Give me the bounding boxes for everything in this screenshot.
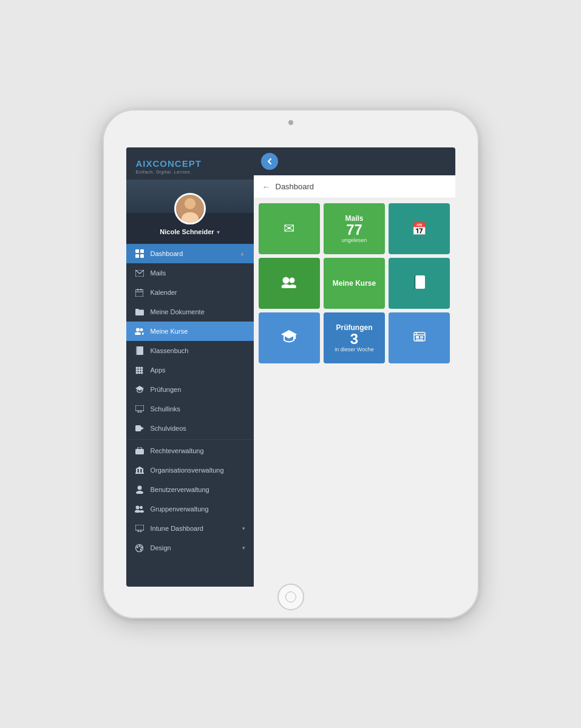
svg-rect-48 — [135, 525, 144, 530]
sidebar-item-kalender[interactable]: Kalender — [126, 283, 254, 302]
sidebar-item-klassenbuch[interactable]: Klassenbuch — [126, 341, 254, 360]
sidebar-item-rechteverwaltung[interactable]: Rechteverwaltung — [126, 441, 254, 460]
user-profile[interactable]: Nicole Schneider ▾ — [126, 180, 254, 244]
svg-rect-18 — [136, 346, 137, 355]
tablet-home-button[interactable] — [277, 584, 304, 610]
dashboard-row-2: Meine Kurse — [259, 258, 450, 309]
back-arrow-icon[interactable]: ← — [262, 182, 271, 192]
sidebar-item-intune-dashboard[interactable]: Intune Dashboard ▾ — [126, 519, 254, 538]
svg-point-26 — [138, 371, 141, 374]
sidebar: AIXCONCEPT Einfach. Digital. Lernen. — [126, 147, 254, 587]
tile-book[interactable] — [389, 258, 450, 309]
tile-mails-icon[interactable]: ✉ — [259, 203, 320, 254]
svg-rect-4 — [135, 249, 139, 253]
svg-point-24 — [141, 369, 143, 371]
sidebar-item-schullinks[interactable]: Schullinks — [126, 399, 254, 419]
intune-arrow-icon: ▾ — [242, 525, 245, 531]
mail-icon — [135, 268, 144, 278]
svg-point-46 — [140, 506, 143, 509]
person-icon — [135, 485, 144, 494]
sidebar-item-label: Meine Kurse — [151, 328, 245, 335]
svg-point-53 — [137, 546, 138, 548]
sidebar-item-mails[interactable]: Mails — [126, 263, 254, 283]
sidebar-item-benutzerverwaltung[interactable]: Benutzerverwaltung — [126, 480, 254, 499]
tile-calendar[interactable]: 📅 — [389, 203, 450, 254]
tile-meine-kurse[interactable]: Meine Kurse — [324, 258, 385, 309]
svg-point-57 — [283, 277, 290, 284]
sidebar-item-label: Prüfungen — [151, 386, 245, 393]
sidebar-item-label: Benutzerverwaltung — [151, 486, 245, 493]
topbar — [254, 147, 455, 175]
dashboard-title: Dashboard — [276, 182, 314, 191]
svg-rect-9 — [135, 289, 143, 297]
tablet-camera — [288, 120, 293, 125]
sidebar-item-label: Intune Dashboard — [151, 525, 236, 532]
sidebar-item-design[interactable]: Design ▾ — [126, 538, 254, 558]
svg-rect-40 — [141, 469, 143, 473]
sidebar-item-meine-dokumente[interactable]: Meine Dokumente — [126, 302, 254, 322]
user-name-row[interactable]: Nicole Schneider ▾ — [160, 228, 219, 235]
svg-point-13 — [136, 328, 140, 332]
sidebar-item-label: Design — [151, 544, 236, 551]
tablet-frame: AIXCONCEPT Einfach. Digital. Lernen. — [103, 109, 479, 619]
tile-mails-info[interactable]: Mails 77 ungelesen — [324, 203, 385, 254]
tile-kurse-label: Meine Kurse — [333, 279, 376, 288]
sidebar-item-dashboard[interactable]: Dashboard ▲ — [126, 244, 254, 263]
svg-point-25 — [136, 371, 138, 374]
tile-kurse-icon[interactable] — [259, 258, 320, 309]
dashboard-row-3: Prüfungen 3 in dieser Woche — [259, 312, 450, 363]
svg-rect-61 — [415, 275, 425, 289]
tile-pruefungen-info[interactable]: Prüfungen 3 in dieser Woche — [324, 312, 385, 363]
tablet-screen: AIXCONCEPT Einfach. Digital. Lernen. — [126, 147, 455, 587]
avatar-wrap — [174, 193, 206, 224]
svg-rect-34 — [135, 425, 141, 431]
svg-rect-17 — [137, 346, 143, 355]
sidebar-item-label: Rechteverwaltung — [151, 447, 245, 454]
svg-point-22 — [136, 369, 138, 371]
tile-mails-count: 77 — [346, 223, 362, 237]
svg-point-3 — [185, 198, 195, 209]
tile-pruefungen-icon[interactable] — [259, 312, 320, 363]
sidebar-item-apps[interactable]: Apps — [126, 360, 254, 380]
sidebar-item-label: Dashboard — [151, 250, 234, 257]
mail-tile-icon: ✉ — [284, 221, 294, 237]
nav-divider — [126, 439, 254, 440]
sidebar-item-label: Apps — [151, 366, 245, 374]
display-icon — [135, 524, 144, 533]
graduation-tile-icon — [281, 330, 297, 346]
svg-rect-6 — [135, 254, 139, 258]
calendar-icon — [135, 288, 144, 297]
sidebar-item-gruppenverwaltung[interactable]: Gruppenverwaltung — [126, 499, 254, 519]
book-icon — [135, 346, 144, 356]
svg-point-27 — [141, 371, 143, 374]
svg-point-14 — [135, 332, 141, 335]
bank-icon — [135, 465, 144, 475]
sidebar-item-label: Organisationsverwaltung — [151, 467, 245, 474]
news-tile-icon — [413, 332, 426, 344]
avatar — [174, 193, 206, 224]
monitor-icon — [135, 404, 144, 414]
svg-marker-37 — [135, 467, 144, 469]
tile-news[interactable] — [389, 312, 450, 363]
sidebar-item-label: Klassenbuch — [151, 347, 245, 354]
users-icon — [135, 326, 144, 336]
tile-mails-sublabel: ungelesen — [342, 237, 367, 243]
svg-rect-5 — [140, 249, 144, 253]
logo-title: AIXCONCEPT — [136, 158, 244, 169]
sidebar-item-pruefungen[interactable]: Prüfungen — [126, 380, 254, 399]
svg-point-56 — [140, 548, 142, 550]
svg-marker-35 — [141, 426, 144, 430]
svg-point-42 — [137, 486, 141, 490]
dashboard-header: ← Dashboard — [254, 175, 455, 198]
user-name: Nicole Schneider — [160, 228, 214, 235]
svg-point-59 — [290, 278, 295, 283]
svg-rect-7 — [140, 254, 144, 258]
sidebar-item-label: Gruppenverwaltung — [151, 505, 245, 513]
svg-point-20 — [138, 366, 141, 369]
sidebar-item-schulvideos[interactable]: Schulvideos — [126, 419, 254, 438]
sidebar-toggle-button[interactable] — [261, 153, 278, 170]
tile-pruefungen-sublabel: in dieser Woche — [335, 346, 373, 352]
svg-rect-36 — [135, 449, 144, 454]
sidebar-item-meine-kurse[interactable]: Meine Kurse — [126, 322, 254, 341]
sidebar-item-organisationsverwaltung[interactable]: Organisationsverwaltung — [126, 460, 254, 480]
